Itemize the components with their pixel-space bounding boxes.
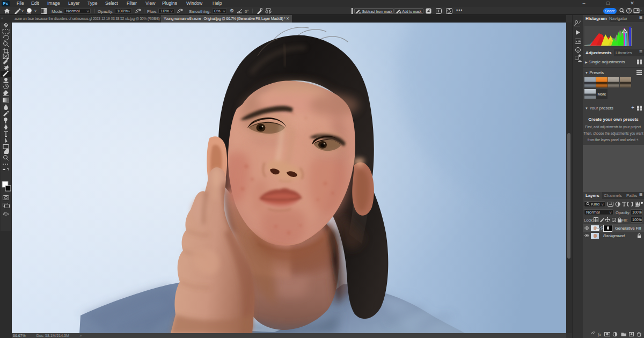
svg-text:?: ? bbox=[628, 9, 630, 12]
svg-text:fx: fx bbox=[598, 332, 601, 337]
